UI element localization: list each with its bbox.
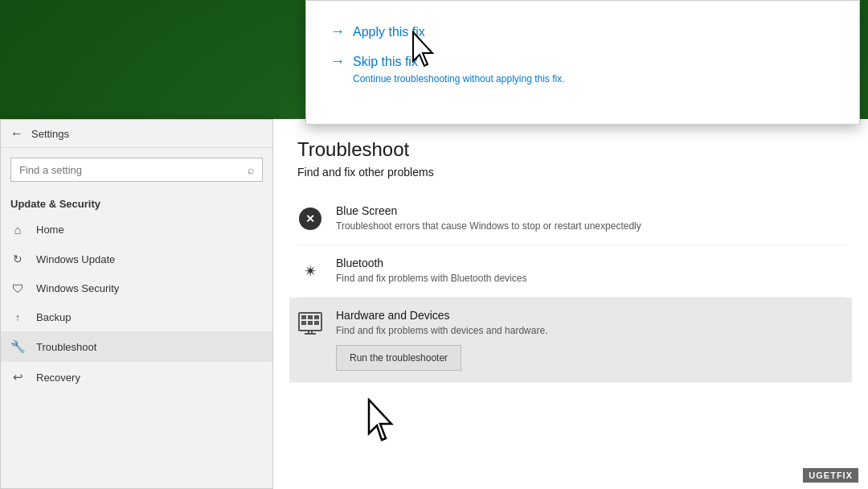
watermark-label: UGETFIX	[803, 468, 858, 483]
sidebar-item-windows-update-label: Windows Update	[36, 253, 115, 265]
hardware-info: Hardware and Devices Find and fix proble…	[336, 309, 844, 372]
sidebar-item-home[interactable]: ⌂ Home	[1, 215, 272, 244]
bluescreen-info: Blue Screen Troubleshoot errors that cau…	[336, 204, 844, 233]
sidebar-item-backup-label: Backup	[36, 311, 71, 323]
hardware-desc: Find and fix problems with devices and h…	[336, 324, 844, 338]
bluetooth-name: Bluetooth	[336, 257, 844, 269]
recovery-icon: ↩	[10, 370, 25, 384]
svg-rect-3	[308, 315, 313, 319]
sidebar-item-backup[interactable]: ↑ Backup	[1, 303, 272, 331]
fix-popup: → Apply this fix → Skip this fix Continu…	[305, 0, 860, 125]
bluetooth-icon-container: ✴	[297, 258, 323, 284]
skip-fix-note: Continue troubleshooting without applyin…	[330, 73, 835, 84]
troubleshoot-icon: 🔧	[10, 339, 25, 354]
skip-fix-link[interactable]: → Skip this fix	[330, 47, 835, 76]
skip-fix-label: Skip this fix	[353, 55, 418, 69]
sidebar-item-troubleshoot[interactable]: 🔧 Troubleshoot	[1, 331, 272, 362]
svg-rect-7	[314, 321, 319, 325]
bluetooth-info: Bluetooth Find and fix problems with Blu…	[336, 257, 844, 286]
page-title: Troubleshoot	[297, 138, 844, 161]
run-troubleshooter-button[interactable]: Run the troubleshooter	[336, 345, 461, 371]
sidebar-item-recovery[interactable]: ↩ Recovery	[1, 362, 272, 392]
section-subheader: Find and fix other problems	[297, 166, 844, 179]
backup-icon: ↑	[10, 311, 25, 323]
hardware-icon-container	[297, 310, 323, 336]
svg-rect-2	[301, 315, 306, 319]
trouble-item-bluescreen[interactable]: ✕ Blue Screen Troubleshoot errors that c…	[297, 193, 844, 245]
bluescreen-desc: Troubleshoot errors that cause Windows t…	[336, 220, 844, 233]
sidebar-item-home-label: Home	[36, 224, 64, 236]
search-section: ⌕	[1, 148, 272, 188]
x-circle-icon: ✕	[299, 208, 321, 230]
sidebar-item-troubleshoot-label: Troubleshoot	[36, 341, 96, 353]
hardware-icon	[298, 312, 322, 335]
search-icon: ⌕	[248, 163, 254, 176]
bluescreen-icon: ✕	[297, 206, 323, 232]
update-icon: ↻	[10, 253, 25, 265]
main-panel: Troubleshoot Find and fix other problems…	[273, 119, 868, 489]
back-button[interactable]: ←	[10, 126, 23, 141]
sidebar-item-windows-security-label: Windows Security	[36, 282, 119, 294]
bluescreen-name: Blue Screen	[336, 204, 844, 217]
home-icon: ⌂	[10, 223, 25, 236]
hardware-name: Hardware and Devices	[336, 309, 844, 322]
trouble-item-hardware[interactable]: Hardware and Devices Find and fix proble…	[289, 298, 852, 384]
svg-rect-5	[301, 321, 306, 325]
section-header: Update & Security	[1, 188, 272, 215]
svg-rect-6	[308, 321, 313, 325]
bluetooth-desc: Find and fix problems with Bluetooth dev…	[336, 272, 844, 286]
apply-arrow-icon: →	[330, 23, 345, 40]
sidebar-item-windows-security[interactable]: 🛡 Windows Security	[1, 273, 272, 303]
settings-titlebar: ← Settings	[1, 120, 272, 148]
svg-rect-4	[314, 315, 319, 319]
sidebar-item-windows-update[interactable]: ↻ Windows Update	[1, 244, 272, 273]
bluetooth-icon: ✴	[304, 261, 317, 281]
shield-icon: 🛡	[10, 281, 25, 295]
apply-fix-label: Apply this fix	[353, 25, 425, 39]
search-input[interactable]	[19, 164, 241, 176]
settings-window: ← Settings ⌕ Update & Security ⌂ Home ↻ …	[0, 119, 273, 489]
sidebar-item-recovery-label: Recovery	[36, 372, 80, 384]
search-box: ⌕	[10, 158, 263, 182]
skip-arrow-icon: →	[330, 53, 345, 70]
apply-fix-link[interactable]: → Apply this fix	[330, 17, 835, 47]
trouble-item-bluetooth[interactable]: ✴ Bluetooth Find and fix problems with B…	[297, 245, 844, 298]
settings-title: Settings	[31, 128, 69, 140]
